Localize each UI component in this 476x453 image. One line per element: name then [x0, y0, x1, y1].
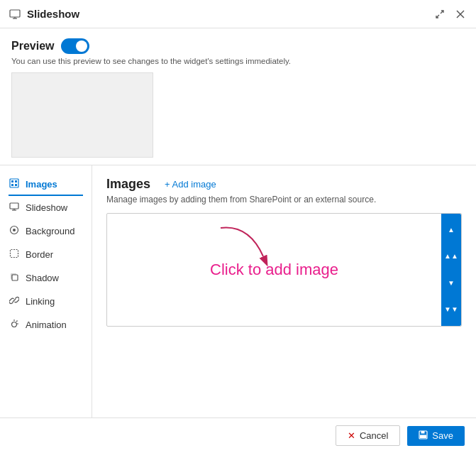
sidebar-item-linking-label: Linking [26, 296, 55, 307]
sidebar-item-shadow-label: Shadow [26, 273, 59, 283]
scroll-up-button[interactable]: ▲▲ [441, 251, 461, 261]
svg-rect-19 [12, 275, 18, 280]
cancel-button[interactable]: ✕ Cancel [336, 425, 400, 446]
window-title: Slideshow [27, 8, 79, 20]
animation-icon [9, 319, 20, 331]
svg-point-16 [13, 229, 16, 231]
preview-image-area [11, 72, 153, 158]
svg-rect-0 [10, 10, 20, 17]
close-button[interactable] [453, 9, 467, 20]
panel-title: Images [106, 177, 150, 192]
sidebar-item-shadow[interactable]: Shadow [0, 266, 92, 290]
sidebar-item-images-label: Images [26, 179, 57, 190]
title-bar-left: Slideshow [9, 8, 79, 21]
sidebar-item-slideshow-label: Slideshow [26, 202, 67, 213]
linking-icon [9, 295, 20, 307]
save-button[interactable]: Save [407, 426, 465, 446]
svg-point-24 [12, 322, 17, 327]
sidebar-item-border[interactable]: Border [0, 243, 92, 266]
title-bar: Slideshow [0, 0, 476, 28]
preview-toggle[interactable] [61, 38, 89, 54]
sidebar-item-background-label: Background [26, 226, 74, 236]
sidebar: Images Slideshow Background [0, 165, 92, 417]
panel-header: Images + Add image [106, 177, 462, 192]
svg-rect-27 [421, 431, 425, 434]
svg-rect-17 [11, 250, 18, 258]
border-icon [9, 249, 20, 261]
sidebar-item-slideshow[interactable]: Slideshow [0, 196, 92, 219]
svg-rect-7 [10, 179, 18, 187]
save-label: Save [432, 430, 453, 441]
slideshow-sidebar-icon [9, 202, 20, 214]
preview-label: Preview [11, 40, 54, 53]
shadow-icon [9, 272, 20, 284]
svg-rect-12 [10, 203, 18, 209]
sidebar-item-animation[interactable]: Animation [0, 313, 92, 337]
click-to-add-label[interactable]: Click to add image [210, 261, 338, 279]
scroll-buttons: ▲ ▲▲ ▼ ▼▼ [441, 214, 461, 326]
sidebar-item-images[interactable]: Images [0, 173, 92, 196]
image-area-container: Click to add image ▲ ▲▲ ▼ ▼▼ [106, 213, 462, 327]
scroll-bottom-button[interactable]: ▼▼ [441, 305, 461, 315]
title-bar-actions [432, 8, 467, 21]
svg-rect-10 [11, 184, 13, 186]
scroll-down-button[interactable]: ▼ [441, 278, 461, 288]
sidebar-item-linking[interactable]: Linking [0, 290, 92, 313]
svg-rect-9 [15, 180, 17, 182]
sidebar-item-animation-label: Animation [26, 320, 67, 330]
image-drop-area[interactable]: Click to add image ▲ ▲▲ ▼ ▼▼ [106, 213, 462, 327]
background-icon [9, 225, 20, 237]
footer: ✕ Cancel Save [0, 417, 476, 453]
sidebar-item-background[interactable]: Background [0, 219, 92, 243]
right-panel: Images + Add image Manage images by addi… [92, 165, 476, 417]
scroll-top-button[interactable]: ▲ [441, 225, 461, 235]
svg-rect-28 [420, 435, 426, 438]
sidebar-item-border-label: Border [26, 249, 53, 260]
svg-rect-11 [15, 184, 17, 186]
cancel-label: Cancel [360, 430, 388, 441]
preview-description: You can use this preview to see changes … [11, 57, 465, 65]
preview-section: Preview You can use this preview to see … [0, 28, 476, 165]
panel-description: Manage images by adding them from ShareP… [106, 195, 462, 204]
svg-line-20 [13, 299, 16, 302]
save-disk-icon [419, 430, 428, 442]
preview-header: Preview [11, 38, 465, 54]
svg-line-22 [16, 321, 18, 322]
expand-button[interactable] [432, 8, 448, 21]
main-content: Images Slideshow Background [0, 165, 476, 417]
slideshow-icon [9, 8, 21, 21]
cancel-x-icon: ✕ [348, 430, 355, 441]
add-image-button[interactable]: + Add image [160, 178, 221, 191]
svg-rect-8 [11, 180, 13, 182]
images-icon [9, 178, 20, 190]
